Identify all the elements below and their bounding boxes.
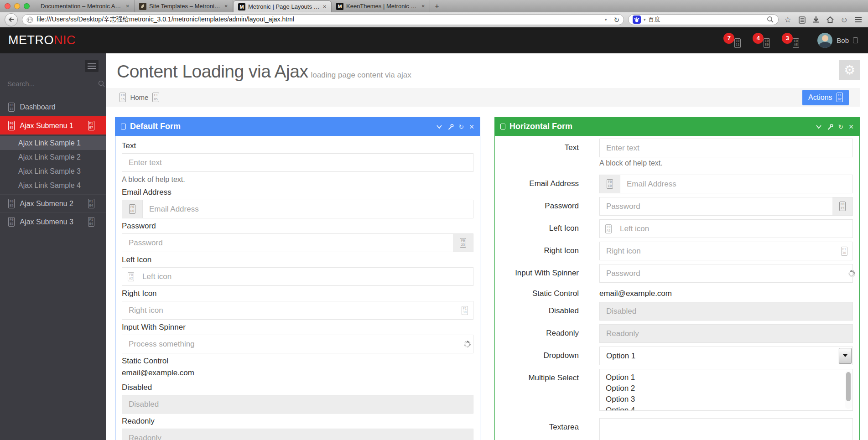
dropdown-button[interactable]	[839, 348, 852, 363]
email-label: Email Address	[122, 188, 473, 197]
notification-bell-button[interactable]: E0 11 7	[723, 33, 742, 48]
sidebar-item-ajax-link-sample-2[interactable]: Ajax Link Sample 2	[0, 150, 106, 164]
email-input[interactable]	[142, 200, 473, 218]
dropdown-selected-value: Option 1	[606, 352, 635, 361]
sidebar-item-ajax-submenu-3[interactable]: F0 85 Ajax Submenu 3 F1 04	[0, 212, 106, 231]
envato-favicon-icon	[139, 3, 146, 10]
textarea-label: Textarea	[501, 418, 579, 440]
url-dropdown-icon[interactable]: ▾	[605, 17, 607, 22]
bookmarks-menu-icon[interactable]	[797, 15, 807, 25]
right-icon-input[interactable]	[122, 301, 473, 320]
divider	[610, 16, 610, 23]
textarea-input[interactable]	[599, 418, 853, 440]
portlet-config-icon[interactable]	[827, 124, 833, 130]
dropdown-label: Dropdown	[501, 347, 579, 365]
breadcrumb-home-link[interactable]: Home	[130, 93, 148, 101]
portlet-reload-icon[interactable]: ↻	[459, 124, 464, 130]
search-engine-dropdown-icon[interactable]: ▾	[644, 17, 646, 22]
tab-documentation[interactable]: Documentation – Metronic Ad... ✕	[36, 0, 135, 12]
password-label: Password	[122, 222, 473, 231]
left-icon-input[interactable]	[122, 267, 473, 286]
text-input[interactable]	[122, 153, 473, 172]
portlet-close-icon[interactable]: ✕	[469, 124, 474, 130]
browser-toolbar: file:///Users/ss/Desktop/辛志强给metronic_3.…	[0, 12, 868, 27]
portlet-reload-icon[interactable]: ↻	[838, 124, 844, 130]
left-icon-input[interactable]	[599, 219, 853, 238]
bookmark-star-icon[interactable]: ☆	[783, 15, 793, 25]
spinner-input[interactable]	[122, 335, 473, 353]
tab-title: Metronic | Page Layouts – ...	[248, 3, 320, 10]
actions-button[interactable]: Actions F1 07	[802, 90, 849, 105]
portlet-config-icon[interactable]	[447, 124, 454, 130]
tab-title: Site Templates – Metronic...	[149, 3, 222, 10]
text-input[interactable]	[599, 139, 853, 157]
listbox-option[interactable]: Option 4	[606, 405, 852, 411]
search-icon[interactable]	[767, 16, 774, 23]
tab-close-icon[interactable]: ✕	[126, 4, 130, 9]
tab-close-icon[interactable]: ✕	[421, 4, 425, 9]
window-close-button[interactable]	[5, 3, 10, 9]
password-input[interactable]	[599, 197, 832, 216]
portlet-close-icon[interactable]: ✕	[848, 124, 854, 130]
sidebar-toggle-button[interactable]	[85, 60, 99, 72]
browser-tab-bar: Documentation – Metronic Ad... ✕ Site Te…	[0, 0, 868, 12]
tab-close-icon[interactable]: ✕	[323, 4, 327, 9]
spinner-label: Input With Spinner	[501, 264, 579, 283]
theme-settings-button[interactable]: ⚙	[839, 60, 860, 80]
sidebar-search-input[interactable]	[7, 80, 98, 88]
notification-task-button[interactable]: E0 AE 3	[782, 33, 800, 48]
url-text[interactable]: file:///Users/ss/Desktop/辛志强给metronic_3.…	[36, 16, 602, 24]
browser-menu-icon[interactable]	[853, 15, 863, 25]
active-item-arrow	[101, 121, 111, 131]
baidu-engine-icon[interactable]	[633, 16, 641, 24]
home-icon[interactable]	[825, 15, 835, 25]
url-bar[interactable]: file:///Users/ss/Desktop/辛志强给metronic_3.…	[22, 14, 624, 25]
window-minimize-button[interactable]	[14, 3, 20, 9]
missing-glyph-icon: E0 11	[734, 38, 741, 47]
metronic-logo[interactable]: METRONIC	[8, 33, 76, 47]
listbox-scrollbar[interactable]	[845, 371, 852, 409]
window-zoom-button[interactable]	[24, 3, 30, 9]
gears-glyph-icon: F0 85	[8, 121, 15, 130]
notification-mail-button[interactable]: E0 E0 4	[753, 33, 771, 48]
sidebar-item-label: Ajax Link Sample 2	[18, 153, 81, 161]
downloads-icon[interactable]	[811, 15, 821, 25]
portlet-body: Text A block of help text. Email Address…	[495, 136, 859, 440]
tab-keenthemes[interactable]: M KeenThemes | Metronic – ... ✕	[332, 0, 430, 12]
disabled-input	[122, 395, 473, 414]
email-input[interactable]	[620, 175, 853, 193]
sidebar-item-ajax-submenu-2[interactable]: F0 85 Ajax Submenu 2 F1 04	[0, 194, 106, 212]
tab-metronic-page-layouts[interactable]: M Metronic | Page Layouts – ... ✕	[233, 0, 332, 12]
dropdown-arrow-icon	[843, 354, 847, 359]
sidebar-item-ajax-submenu-1[interactable]: F0 85 Ajax Submenu 1 F1 07	[0, 116, 106, 135]
password-input[interactable]	[122, 233, 453, 252]
sidebar-search-icon[interactable]	[98, 80, 105, 88]
listbox-option[interactable]: Option 2	[606, 383, 852, 394]
right-icon-input[interactable]	[599, 242, 853, 260]
listbox-scrollbar-thumb[interactable]	[846, 372, 851, 401]
multiple-select-listbox[interactable]: Option 1 Option 2 Option 3 Option 4 Opti…	[599, 369, 853, 411]
listbox-option[interactable]: Option 3	[606, 394, 852, 405]
dropdown-select[interactable]: Option 1	[599, 347, 853, 365]
search-bar[interactable]: ▾ 百度	[628, 14, 779, 25]
spinner-input[interactable]	[599, 264, 853, 283]
reload-button[interactable]: ↻	[613, 16, 619, 23]
static-control-label: Static Control	[122, 357, 473, 366]
tab-site-templates[interactable]: Site Templates – Metronic... ✕	[135, 0, 233, 12]
sidebar-item-ajax-link-sample-3[interactable]: Ajax Link Sample 3	[0, 164, 106, 178]
feedback-smiley-icon[interactable]: ☺	[839, 15, 849, 25]
user-menu[interactable]: Bob	[817, 33, 858, 48]
sidebar-item-dashboard[interactable]: F0 15 Dashboard	[0, 98, 106, 116]
portlet-collapse-icon[interactable]	[816, 124, 822, 129]
angle-left-glyph-icon: F1 04	[88, 217, 94, 226]
breadcrumb-home-icon: F0 15	[120, 93, 126, 102]
sidebar-item-ajax-link-sample-1[interactable]: Ajax Link Sample 1	[0, 136, 106, 150]
sidebar-item-ajax-link-sample-4[interactable]: Ajax Link Sample 4	[0, 178, 106, 192]
sidebar-menu: F0 15 Dashboard F0 85 Ajax Submenu 1 F1 …	[0, 98, 106, 231]
tab-close-icon[interactable]: ✕	[224, 4, 228, 9]
new-tab-button[interactable]: +	[430, 0, 444, 12]
portlet-collapse-icon[interactable]	[436, 124, 442, 129]
lock-glyph-icon: F0 23	[460, 238, 466, 247]
listbox-option[interactable]: Option 1	[606, 372, 852, 383]
back-button[interactable]	[5, 13, 18, 26]
